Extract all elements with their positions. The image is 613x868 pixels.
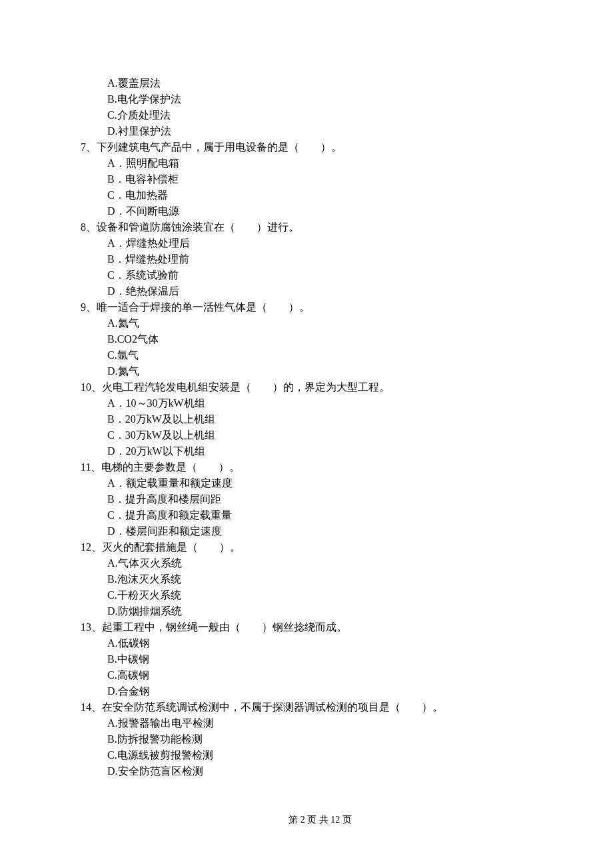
option-group: A.报警器输出电平检测B.防拆报警功能检测C.电源线被剪报警检测D.安全防范盲区… <box>81 715 560 779</box>
option-group: A.氦气B.CO2气体C.氩气D.氮气 <box>81 315 560 379</box>
option: C．30万kW及以上机组 <box>107 427 560 443</box>
option: D.衬里保护法 <box>107 123 560 139</box>
option-group: A．10～30万kW机组B．20万kW及以上机组C．30万kW及以上机组D．20… <box>81 395 560 459</box>
option: C．电加热器 <box>107 187 560 203</box>
option: B．电容补偿柜 <box>107 171 560 187</box>
option: D．楼层间距和额定速度 <box>107 523 560 539</box>
option-group: A．焊缝热处理后B．焊缝热处理前C．系统试验前D．绝热保温后 <box>81 235 560 299</box>
option-group: A．额定载重量和额定速度B．提升高度和楼层间距C．提升高度和额定载重量D．楼层间… <box>81 475 560 539</box>
option-group: A．照明配电箱B．电容补偿柜C．电加热器D．不间断电源 <box>81 155 560 219</box>
option: D．绝热保温后 <box>107 283 560 299</box>
question-stem: 13、起重工程中，钢丝绳一般由（ ）钢丝捻绕而成。 <box>81 619 560 635</box>
question-stem: 10、火电工程汽轮发电机组安装是（ ）的，界定为大型工程。 <box>81 379 560 395</box>
option: D.安全防范盲区检测 <box>107 763 560 779</box>
option: B．20万kW及以上机组 <box>107 411 560 427</box>
question-stem: 11、电梯的主要参数是（ ）。 <box>81 459 560 475</box>
option: A.报警器输出电平检测 <box>107 715 560 731</box>
option: C．系统试验前 <box>107 267 560 283</box>
option: C.干粉灭火系统 <box>107 587 560 603</box>
option: D．不间断电源 <box>107 203 560 219</box>
question-stem: 12、灭火的配套措施是（ ）。 <box>81 539 560 555</box>
option: A．焊缝热处理后 <box>107 235 560 251</box>
option: C.氩气 <box>107 347 560 363</box>
option: B.CO2气体 <box>107 331 560 347</box>
option: A．额定载重量和额定速度 <box>107 475 560 491</box>
option: D.合金钢 <box>107 683 560 699</box>
option: B.防拆报警功能检测 <box>107 731 560 747</box>
question-stem: 8、设备和管道防腐蚀涂装宜在（ ）进行。 <box>81 219 560 235</box>
option: B.中碳钢 <box>107 651 560 667</box>
option: A.氦气 <box>107 315 560 331</box>
option: D.防烟排烟系统 <box>107 603 560 619</box>
option: B.泡沫灭火系统 <box>107 571 560 587</box>
question-stem: 9、唯一适合于焊接的单一活性气体是（ ）。 <box>81 299 560 315</box>
option: C．提升高度和额定载重量 <box>107 507 560 523</box>
question-stem: 7、下列建筑电气产品中，属于用电设备的是（ ）。 <box>81 139 560 155</box>
option: C.高碳钢 <box>107 667 560 683</box>
page-footer: 第 2 页 共 12 页 <box>81 813 560 827</box>
option: C.介质处理法 <box>107 107 560 123</box>
option-group: A.气体灭火系统B.泡沫灭火系统C.干粉灭火系统D.防烟排烟系统 <box>81 555 560 619</box>
question-stem: 14、在安全防范系统调试检测中，不属于探测器调试检测的项目是（ ）。 <box>81 699 560 715</box>
option: C.电源线被剪报警检测 <box>107 747 560 763</box>
option: A.气体灭火系统 <box>107 555 560 571</box>
document-body: A.覆盖层法B.电化学保护法C.介质处理法D.衬里保护法7、下列建筑电气产品中，… <box>81 75 560 779</box>
option: B．焊缝热处理前 <box>107 251 560 267</box>
option: B.电化学保护法 <box>107 91 560 107</box>
option: A．照明配电箱 <box>107 155 560 171</box>
option: A.低碳钢 <box>107 635 560 651</box>
option: A.覆盖层法 <box>107 75 560 91</box>
option: D.氮气 <box>107 363 560 379</box>
option-group: A.覆盖层法B.电化学保护法C.介质处理法D.衬里保护法 <box>81 75 560 139</box>
option: D．20万kW以下机组 <box>107 443 560 459</box>
option-group: A.低碳钢B.中碳钢C.高碳钢D.合金钢 <box>81 635 560 699</box>
option: B．提升高度和楼层间距 <box>107 491 560 507</box>
option: A．10～30万kW机组 <box>107 395 560 411</box>
